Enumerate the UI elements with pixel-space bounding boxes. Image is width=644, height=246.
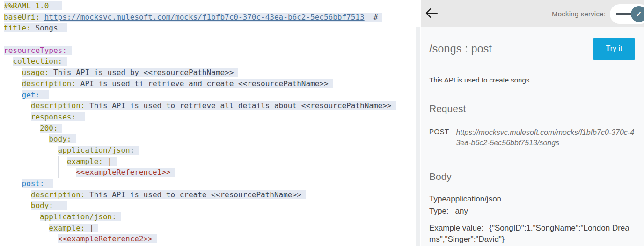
indent-guide — [22, 189, 22, 201]
indent-guide — [4, 211, 4, 223]
example-value-label: Example value: — [429, 224, 483, 232]
type-value: any — [455, 207, 468, 216]
try-it-button[interactable]: Try it — [593, 38, 635, 60]
code-token-val: # — [365, 13, 378, 22]
code-token-key: collection: — [13, 57, 62, 66]
code-line-selection: description: API is used ti retrieve and… — [22, 79, 333, 88]
indent-guide — [13, 123, 13, 134]
code-line[interactable]: responses: — [0, 112, 407, 123]
code-line-selection: body: — [49, 134, 76, 143]
indent-guide — [13, 100, 13, 112]
code-line[interactable]: baseUri: https://mocksvc.mulesoft.com/mo… — [0, 12, 407, 23]
base-uri-link[interactable]: https://mocksvc.mulesoft.com/mocks/f1bfb… — [44, 13, 365, 22]
code-line[interactable]: post: — [0, 178, 407, 189]
body-type-block: Typeapplication/json Type:any — [429, 193, 635, 217]
code-line-selection: #%RAML 1.0 — [4, 1, 62, 10]
indent-guide — [40, 233, 40, 245]
code-line-selection: description: This API is used to retriev… — [31, 101, 396, 110]
indent-guide — [22, 233, 22, 245]
code-line[interactable]: title: Songs — [0, 22, 407, 34]
indent-guide — [49, 145, 49, 156]
code-token-key: body: — [49, 134, 71, 143]
code-token-val: API is used ti retrieve and create <<res… — [76, 79, 328, 88]
code-line[interactable]: 200: — [0, 123, 407, 134]
code-line-selection: responses: — [31, 112, 85, 121]
code-line[interactable]: resourceTypes: — [0, 45, 407, 56]
code-line-selection: example: | — [49, 224, 98, 232]
back-button[interactable] — [424, 7, 439, 21]
code-line[interactable] — [0, 34, 407, 45]
code-token-key: description: — [31, 101, 85, 110]
code-token-key: body: — [31, 201, 53, 210]
code-line[interactable]: application/json: — [0, 145, 407, 156]
content-type-label: Type — [429, 194, 446, 203]
indent-guide — [13, 134, 13, 145]
indent-guide — [22, 100, 22, 112]
code-line[interactable]: <<exampleReference1>> — [0, 167, 407, 178]
mocking-service-label: Mocking service: — [552, 10, 606, 18]
code-token-method: get: — [22, 90, 40, 99]
indent-guide — [22, 145, 22, 156]
code-line-selection: 200: — [40, 124, 62, 133]
code-line[interactable]: collection: — [0, 56, 407, 67]
code-line[interactable]: example: | — [0, 156, 407, 167]
console-body: /songs : post Try it This API is used to… — [421, 38, 644, 245]
code-token-ref: <<exampleReference1>> — [76, 168, 170, 177]
indent-guide — [13, 178, 13, 189]
code-line[interactable]: example: | — [0, 223, 407, 234]
indent-guide — [31, 134, 31, 145]
indent-guide — [13, 223, 13, 234]
code-line-selection: description: This API is used to create … — [31, 190, 306, 199]
indent-guide — [58, 156, 59, 167]
indent-guide — [4, 178, 4, 189]
indent-guide — [4, 189, 4, 201]
indent-guide — [4, 112, 4, 123]
raml-code-editor[interactable]: #%RAML 1.0 baseUri: https://mocksvc.mule… — [0, 0, 407, 246]
code-token-val: This API is used by <<resourcePathName>> — [49, 68, 234, 77]
code-line[interactable]: description: This API is used to retriev… — [0, 100, 407, 112]
code-line[interactable]: get: — [0, 89, 407, 101]
indent-guide — [49, 233, 49, 245]
code-line-selection: example: | — [67, 157, 117, 166]
type-row: Type:any — [429, 205, 635, 217]
indent-guide — [22, 223, 22, 234]
code-line-selection: <<exampleReference1>> — [76, 168, 175, 177]
code-line[interactable]: usage: This API is used by <<resourcePat… — [0, 67, 407, 78]
code-line[interactable]: body: — [0, 134, 407, 145]
code-line[interactable]: application/json: — [0, 211, 407, 223]
resource-method-title: /songs : post — [429, 43, 492, 55]
code-token-key: usage: — [22, 68, 49, 77]
code-line[interactable]: description: API is used ti retrieve and… — [0, 78, 407, 89]
mocking-service-toggle[interactable]: ✓ — [610, 4, 644, 24]
indent-guide — [13, 211, 13, 223]
content-type-value: application/json — [446, 194, 501, 203]
code-line[interactable]: description: This API is used to create … — [0, 189, 407, 201]
request-url: https://mocksvc.mulesoft.com/mocks/f1bfb… — [456, 127, 635, 148]
code-line[interactable]: <<exampleReference2>> — [0, 233, 407, 245]
code-line-selection: title: Songs — [4, 23, 67, 32]
indent-guide — [31, 223, 31, 234]
code-line-selection: application/json: — [58, 146, 139, 155]
code-token-key: #%RAML 1.0 — [4, 1, 49, 10]
indent-guide — [40, 223, 40, 234]
api-console-panel: Mocking service: ✓ /songs : post Try it … — [421, 0, 644, 246]
indent-guide — [13, 67, 13, 78]
indent-guide — [13, 89, 13, 101]
indent-guide — [31, 145, 31, 156]
code-token-val: This API is used to create <<resourcePat… — [85, 190, 301, 199]
code-line[interactable]: #%RAML 1.0 — [0, 0, 407, 12]
indent-guide — [22, 123, 22, 134]
indent-guide — [13, 233, 13, 245]
indent-guide — [40, 145, 40, 156]
indent-guide — [31, 156, 31, 167]
code-line-selection: resourceTypes: — [4, 46, 72, 55]
indent-guide — [13, 156, 13, 167]
indent-guide — [31, 233, 31, 245]
indent-guide — [22, 134, 22, 145]
body-heading: Body — [429, 171, 635, 182]
indent-guide — [22, 167, 22, 178]
indent-guide — [22, 200, 22, 211]
panel-resizer[interactable] — [416, 27, 420, 246]
toggle-track — [616, 13, 632, 15]
code-line[interactable]: body: — [0, 200, 407, 211]
